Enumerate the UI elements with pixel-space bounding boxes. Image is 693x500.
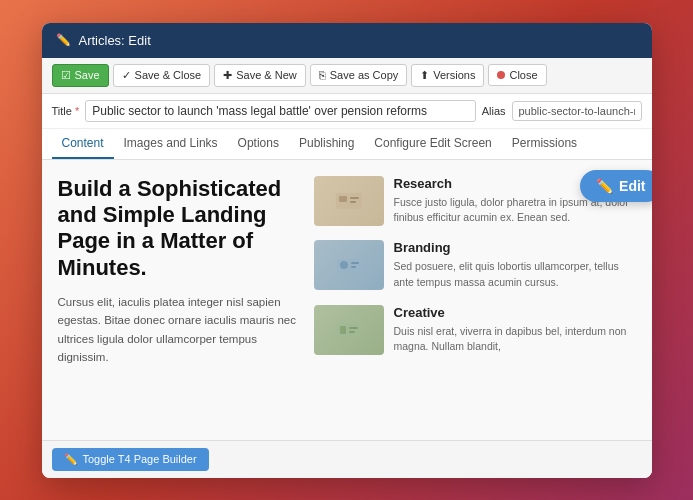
toggle-label: Toggle T4 Page Builder xyxy=(83,453,197,465)
subtext: Cursus elit, iaculis platea integer nisl… xyxy=(58,293,298,367)
svg-point-7 xyxy=(340,261,348,269)
svg-rect-8 xyxy=(351,262,359,264)
card-branding-image xyxy=(314,240,384,290)
versions-icon: ⬆ xyxy=(420,69,429,82)
close-button[interactable]: Close xyxy=(488,64,546,86)
card-branding: Branding Sed posuere, elit quis lobortis… xyxy=(314,240,636,291)
close-icon xyxy=(497,71,505,79)
save-new-button[interactable]: ✚ Save & New xyxy=(214,64,306,87)
title-bar: ✏️ Articles: Edit xyxy=(42,23,652,58)
toggle-bar: ✏️ Toggle T4 Page Builder xyxy=(42,440,652,478)
card-branding-title: Branding xyxy=(394,240,636,255)
branding-img-icon xyxy=(334,255,364,275)
svg-rect-14 xyxy=(349,331,355,333)
check-icon: ✓ xyxy=(122,69,131,82)
card-creative-text: Creative Duis nisl erat, viverra in dapi… xyxy=(394,305,636,356)
card-branding-desc: Sed posuere, elit quis lobortis ullamcor… xyxy=(394,259,636,291)
card-creative-desc: Duis nisl erat, viverra in dapibus bel, … xyxy=(394,324,636,356)
toggle-t4-button[interactable]: ✏️ Toggle T4 Page Builder xyxy=(52,448,209,471)
save-check-icon: ☑ xyxy=(61,69,71,82)
versions-button[interactable]: ⬆ Versions xyxy=(411,64,484,87)
edit-fab-icon: ✏️ xyxy=(596,178,613,194)
right-column: Research Fusce justo ligula, dolor phare… xyxy=(314,176,636,424)
research-img-icon xyxy=(334,191,364,211)
content-area: Build a Sophisticated and Simple Landing… xyxy=(42,160,652,440)
title-input[interactable] xyxy=(85,100,475,122)
save-button[interactable]: ☑ Save xyxy=(52,64,109,87)
card-branding-text: Branding Sed posuere, elit quis lobortis… xyxy=(394,240,636,291)
card-creative-image xyxy=(314,305,384,355)
window-title: Articles: Edit xyxy=(79,33,151,48)
toggle-pencil-icon: ✏️ xyxy=(64,453,78,466)
tab-content[interactable]: Content xyxy=(52,129,114,159)
creative-img-icon xyxy=(334,320,364,340)
edit-fab-button[interactable]: ✏️ Edit xyxy=(580,170,651,202)
edit-fab-label: Edit xyxy=(619,178,645,194)
toolbar: ☑ Save ✓ Save & Close ✚ Save & New ⎘ Sav… xyxy=(42,58,652,94)
svg-rect-2 xyxy=(339,196,347,202)
svg-rect-4 xyxy=(350,201,356,203)
tabs-bar: Content Images and Links Options Publish… xyxy=(42,129,652,160)
save-copy-button[interactable]: ⎘ Save as Copy xyxy=(310,64,407,86)
tab-images[interactable]: Images and Links xyxy=(114,129,228,159)
card-research-image xyxy=(314,176,384,226)
card-creative: Creative Duis nisl erat, viverra in dapi… xyxy=(314,305,636,356)
plus-icon: ✚ xyxy=(223,69,232,82)
card-creative-title: Creative xyxy=(394,305,636,320)
pencil-icon: ✏️ xyxy=(56,33,71,47)
tab-configure[interactable]: Configure Edit Screen xyxy=(364,129,501,159)
cms-window: ✏️ Articles: Edit ☑ Save ✓ Save & Close … xyxy=(42,23,652,478)
tab-options[interactable]: Options xyxy=(228,129,289,159)
svg-rect-9 xyxy=(351,266,356,268)
left-column: Build a Sophisticated and Simple Landing… xyxy=(58,176,298,424)
copy-icon: ⎘ xyxy=(319,69,326,81)
tab-permissions[interactable]: Permissions xyxy=(502,129,587,159)
svg-rect-12 xyxy=(340,326,346,334)
main-heading: Build a Sophisticated and Simple Landing… xyxy=(58,176,298,282)
title-row: Title * Alias xyxy=(42,94,652,129)
alias-label: Alias xyxy=(482,105,506,117)
svg-rect-13 xyxy=(349,327,358,329)
svg-rect-3 xyxy=(350,197,359,199)
tab-publishing[interactable]: Publishing xyxy=(289,129,364,159)
title-label: Title * xyxy=(52,105,80,117)
save-close-button[interactable]: ✓ Save & Close xyxy=(113,64,211,87)
alias-input[interactable] xyxy=(512,101,642,121)
